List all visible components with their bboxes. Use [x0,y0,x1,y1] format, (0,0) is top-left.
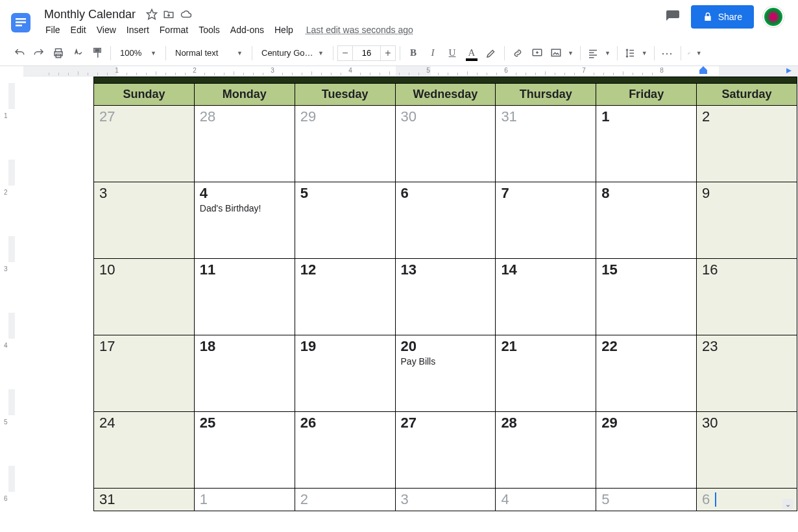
calendar-cell[interactable]: 7 [496,182,596,259]
editing-mode-dropdown[interactable]: ▼ [685,44,705,62]
font-size-decrease[interactable]: − [337,45,353,61]
calendar-cell[interactable]: 1 [194,489,295,511]
calendar-cell[interactable]: 30 [395,106,496,182]
calendar-cell[interactable]: 29 [596,412,697,489]
calendar-cell[interactable]: 23 [697,335,797,412]
comments-icon[interactable] [664,8,682,26]
menu-add-ons[interactable]: Add-ons [225,22,269,38]
calendar-cell[interactable]: 6 [395,182,496,259]
zoom-dropdown[interactable]: 100%▼ [115,44,162,62]
day-header[interactable]: Thursday [496,84,596,106]
day-header[interactable]: Monday [194,84,295,106]
calendar-event[interactable]: Dad's Birthday! [200,203,289,213]
day-header[interactable]: Tuesday [295,84,395,106]
bold-button[interactable]: B [404,44,422,62]
calendar-cell[interactable]: 18 [194,335,295,412]
calendar-cell[interactable]: 27 [94,106,195,182]
calendar-cell[interactable]: 25 [194,412,295,489]
calendar-cell[interactable]: 14 [496,259,596,335]
cloud-status-icon[interactable] [180,8,193,20]
calendar-cell[interactable]: 2 [295,489,395,511]
calendar-cell[interactable]: 26 [295,412,395,489]
insert-comment-button[interactable] [528,44,546,62]
menu-view[interactable]: View [91,22,121,38]
vertical-ruler[interactable]: 123456 [0,77,23,529]
calendar-cell[interactable]: 29 [295,106,395,182]
calendar-cell[interactable]: 28 [496,412,596,489]
calendar-cell[interactable]: 2 [697,106,797,182]
menu-insert[interactable]: Insert [121,22,154,38]
calendar-table[interactable]: SundayMondayTuesdayWednesdayThursdayFrid… [93,83,797,511]
calendar-cell[interactable]: 24 [94,412,195,489]
menu-format[interactable]: Format [154,22,193,38]
calendar-cell[interactable]: 15 [596,259,697,335]
calendar-cell[interactable]: 3 [94,182,195,259]
right-indent-marker[interactable] [699,66,707,75]
docs-logo-icon[interactable] [8,5,34,40]
menu-edit[interactable]: Edit [66,22,91,38]
day-header[interactable]: Saturday [697,84,797,106]
calendar-cell[interactable]: 5 [596,489,697,511]
ruler-right-arrow-icon [785,67,793,75]
calendar-cell[interactable]: 13 [395,259,496,335]
calendar-cell[interactable]: 19 [295,335,395,412]
undo-button[interactable] [10,44,29,62]
calendar-cell[interactable]: 11 [194,259,295,335]
text-color-button[interactable]: A [463,44,481,62]
document-title[interactable]: Monthly Calendar [40,6,139,23]
calendar-cell[interactable]: 6⌄ [697,489,797,511]
insert-link-button[interactable] [509,44,527,62]
calendar-cell[interactable]: 31 [496,106,596,182]
day-header[interactable]: Sunday [94,84,195,106]
calendar-event[interactable]: Pay Bills [401,356,490,367]
redo-button[interactable] [30,44,48,62]
day-header[interactable]: Friday [596,84,697,106]
font-family-dropdown[interactable]: Century Go…▼ [256,44,329,62]
account-avatar[interactable] [763,6,784,27]
font-size-input[interactable] [353,45,380,61]
paint-format-button[interactable] [88,44,106,62]
underline-button[interactable]: U [443,44,461,62]
calendar-cell[interactable]: 8 [596,182,697,259]
menu-tools[interactable]: Tools [193,22,225,38]
title-bar: Monthly Calendar FileEditViewInsertForma… [0,0,798,40]
menu-help[interactable]: Help [269,22,298,38]
calendar-cell[interactable]: 16 [697,259,797,335]
calendar-cell[interactable]: 10 [94,259,195,335]
star-icon[interactable] [146,8,158,20]
calendar-cell[interactable]: 4Dad's Birthday! [194,182,295,259]
print-button[interactable] [49,44,67,62]
calendar-cell[interactable]: 27 [395,412,496,489]
highlight-color-button[interactable] [482,44,500,62]
day-header[interactable]: Wednesday [395,84,496,106]
calendar-cell[interactable]: 31 [94,489,195,511]
calendar-cell[interactable]: 28 [194,106,295,182]
move-icon[interactable] [163,8,175,20]
insert-image-dropdown[interactable]: ▼ [548,44,576,62]
calendar-cell[interactable]: 30 [697,412,797,489]
calendar-cell[interactable]: 21 [496,335,596,412]
spellcheck-button[interactable] [69,44,87,62]
font-size-increase[interactable]: + [380,45,396,61]
horizontal-ruler[interactable]: 12345678 [23,66,798,77]
calendar-cell[interactable]: 20Pay Bills [395,335,496,412]
share-button[interactable]: Share [691,5,754,29]
italic-button[interactable]: I [424,44,442,62]
more-button[interactable]: ⋯ [659,44,677,62]
calendar-cell[interactable]: 12 [295,259,395,335]
svg-marker-19 [786,68,792,73]
line-spacing-dropdown[interactable]: ▼ [622,44,650,62]
align-dropdown[interactable]: ▼ [585,44,613,62]
menu-file[interactable]: File [40,22,66,38]
calendar-cell[interactable]: 4 [496,489,596,511]
chevron-down-icon[interactable]: ⌄ [782,499,793,509]
calendar-cell[interactable]: 9 [697,182,797,259]
calendar-cell[interactable]: 5 [295,182,395,259]
last-edit-link[interactable]: Last edit was seconds ago [306,25,413,35]
calendar-cell[interactable]: 1 [596,106,697,182]
calendar-cell[interactable]: 3 [395,489,496,511]
document-canvas[interactable]: SundayMondayTuesdayWednesdayThursdayFrid… [23,77,798,529]
calendar-cell[interactable]: 17 [94,335,195,412]
calendar-cell[interactable]: 22 [596,335,697,412]
paragraph-style-dropdown[interactable]: Normal text▼ [170,44,248,62]
